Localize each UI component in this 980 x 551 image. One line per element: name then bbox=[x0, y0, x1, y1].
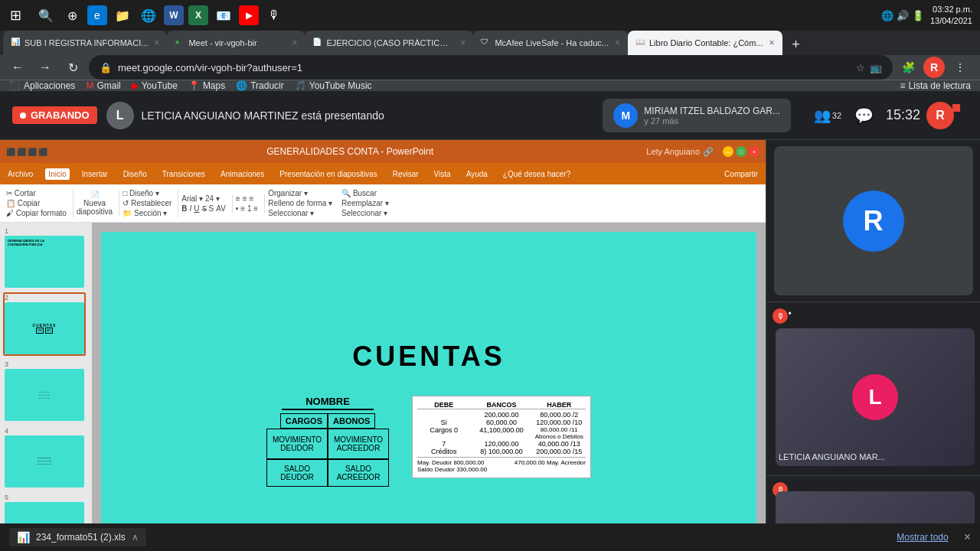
mic-icon[interactable]: 🎙 bbox=[263, 5, 285, 26]
bookmark-youtube-music[interactable]: 🎵 YouTube Music bbox=[295, 80, 372, 91]
pp-icon-4: ⬛ bbox=[38, 148, 47, 156]
bookmark-maps-label: Maps bbox=[203, 80, 225, 91]
tab-1[interactable]: 📊 SUB I REGISTRA INFORMACI... × bbox=[3, 31, 167, 55]
pp-tab-revisar[interactable]: Revisar bbox=[390, 168, 422, 180]
tab5-close[interactable]: × bbox=[769, 37, 775, 48]
start-button[interactable]: ⊞ bbox=[0, 0, 31, 31]
t-may-acreedor: 470,000.00 May. Acreedor bbox=[514, 459, 586, 466]
underline-button[interactable]: U bbox=[194, 204, 199, 213]
chat-button[interactable]: 💬 bbox=[849, 100, 880, 131]
refresh-button[interactable]: ↻ bbox=[61, 56, 84, 79]
new-tab-button[interactable]: + bbox=[786, 34, 807, 55]
pp-select-btn[interactable]: Seleccionar ▾ bbox=[268, 209, 332, 217]
pp-tab-presentacion[interactable]: Presentación en diapositivas bbox=[276, 168, 380, 180]
bookmark-youtube[interactable]: ▶ YouTube bbox=[132, 80, 178, 91]
browser-icon[interactable]: 🌐 bbox=[138, 5, 159, 26]
pp-thumbnail-2[interactable]: 2 CUENTAS CAR ABO bbox=[3, 292, 86, 356]
forward-button[interactable]: → bbox=[34, 56, 57, 79]
pp-font-selector[interactable]: Arial ▾ 24 ▾ bbox=[181, 194, 226, 203]
pp-tab-compartir[interactable]: Compartir bbox=[721, 168, 761, 180]
bookmark-gmail[interactable]: M Gmail bbox=[86, 80, 120, 91]
pp-diseño-btn[interactable]: □ Diseño ▾ bbox=[122, 189, 172, 197]
folder-icon[interactable]: 📁 bbox=[112, 5, 133, 26]
pp-section-btn[interactable]: 📁 Sección ▾ bbox=[122, 209, 172, 217]
bookmark-aplicaciones[interactable]: ⬛ Aplicaciones bbox=[9, 80, 75, 91]
pp-arrange-btn[interactable]: Relleno de forma ▾ bbox=[268, 199, 332, 207]
pp-maximize-button[interactable]: □ bbox=[736, 146, 746, 157]
bold-button[interactable]: B bbox=[181, 204, 187, 213]
bookmark-star-icon[interactable]: ☆ bbox=[856, 62, 865, 73]
show-all-button[interactable]: Mostrar todo bbox=[897, 532, 948, 543]
pp-select-all-btn[interactable]: Seleccionar ▾ bbox=[341, 209, 389, 217]
excel-icon[interactable]: X bbox=[188, 5, 208, 25]
tab4-close[interactable]: × bbox=[615, 37, 620, 48]
profile-button[interactable]: R bbox=[923, 57, 945, 78]
pp-icon-3: ⬛ bbox=[28, 148, 37, 156]
task-view-icon[interactable]: ⊕ bbox=[61, 5, 83, 26]
pp-close-button[interactable]: × bbox=[749, 146, 760, 157]
pp-tab-inicio[interactable]: Inicio bbox=[45, 168, 69, 180]
extensions-button[interactable]: 🧩 bbox=[897, 57, 919, 78]
new-slide-btn[interactable]: 📄 bbox=[90, 191, 100, 199]
copy-button[interactable]: 📋 Copiar bbox=[6, 199, 40, 207]
notification-close-button[interactable]: × bbox=[964, 530, 971, 544]
tab1-close[interactable]: × bbox=[154, 37, 159, 48]
pp-tab-diseno[interactable]: Diseño bbox=[120, 168, 150, 180]
url-display: meet.google.com/vir-vgoh-bir?authuser=1 bbox=[118, 62, 850, 73]
align-left-btn[interactable]: ≡ bbox=[236, 194, 240, 203]
tab-4[interactable]: 🛡 McAfee LiveSafe - Ha caduc... × bbox=[473, 31, 628, 55]
meet-header: GRABANDO L LETICIA ANGUIANO MARTINEZ est… bbox=[0, 91, 980, 140]
pp-tab-archivo[interactable]: Archivo bbox=[5, 168, 36, 180]
youtube-icon[interactable]: ▶ bbox=[239, 5, 259, 25]
italic-button[interactable]: I bbox=[190, 204, 192, 213]
pp-tab-ayuda[interactable]: Ayuda bbox=[463, 168, 491, 180]
tab-2[interactable]: ● Meet - vir-vgoh-bir × bbox=[167, 31, 305, 55]
edge-icon[interactable]: e bbox=[87, 5, 107, 25]
pp-shapes-btn[interactable]: Organizar ▾ bbox=[268, 189, 332, 197]
address-bar[interactable]: 🔒 meet.google.com/vir-vgoh-bir?authuser=… bbox=[89, 55, 893, 80]
pp-find-btn[interactable]: 🔍 Buscar bbox=[341, 189, 389, 197]
user-avatar[interactable]: R bbox=[926, 102, 954, 129]
t-row-5: Créditos 8) 100,000.00 200,000.00 /15 bbox=[417, 448, 586, 455]
pp-thumbnail-3[interactable]: 3 — — — —— — — —— — — — bbox=[3, 359, 86, 422]
bullet-btn[interactable]: • ≡ bbox=[236, 204, 245, 213]
mail-icon[interactable]: 📧 bbox=[213, 5, 234, 26]
bookmark-maps[interactable]: 📍 Maps bbox=[188, 80, 225, 91]
shadow-button[interactable]: S bbox=[209, 204, 214, 213]
pp-tab-vista[interactable]: Vista bbox=[431, 168, 454, 180]
pp-tab-transiciones[interactable]: Transiciones bbox=[159, 168, 208, 180]
pp-replace-btn[interactable]: Reemplazar ▾ bbox=[341, 199, 389, 207]
tab2-close[interactable]: × bbox=[292, 37, 297, 48]
file-expand-icon[interactable]: ∧ bbox=[132, 532, 139, 543]
tab3-favicon: 📄 bbox=[312, 37, 323, 48]
bookmark-lista-lectura[interactable]: ≡ Lista de lectura bbox=[900, 80, 971, 91]
pp-thumbnail-1[interactable]: 1 GENERALIDADES DE LACONTADURÍA PÚBLICA bbox=[3, 226, 86, 289]
slide-cols: CARGOS ABONOS bbox=[280, 413, 376, 429]
menu-button[interactable]: ⋮ bbox=[949, 57, 971, 78]
strikethrough-button[interactable]: S̶ bbox=[202, 204, 207, 213]
t-r1-c2: 200,000.00 bbox=[475, 411, 528, 419]
cast-icon[interactable]: 📺 bbox=[870, 62, 882, 73]
tab-5-active[interactable]: 📖 Libro Diario Contable: ¿Cóm... × bbox=[628, 31, 782, 55]
format-button[interactable]: 🖌 Copiar formato bbox=[6, 209, 67, 217]
pp-tab-animaciones[interactable]: Animaciones bbox=[217, 168, 267, 180]
pp-minimize-button[interactable]: — bbox=[723, 146, 733, 157]
tab-3[interactable]: 📄 EJERCICIO (CASO PRÁCTICO)... × bbox=[305, 31, 473, 55]
back-button[interactable]: ← bbox=[6, 56, 29, 79]
bookmarks-bar: ⬛ Aplicaciones M Gmail ▶ YouTube 📍 Maps … bbox=[0, 80, 980, 91]
spacing-button[interactable]: AV bbox=[216, 204, 226, 213]
bookmark-traducir[interactable]: 🌐 Traducir bbox=[236, 80, 284, 91]
tab3-close[interactable]: × bbox=[460, 37, 466, 48]
pp-tab-insertar[interactable]: Insertar bbox=[79, 168, 111, 180]
align-center-btn[interactable]: ≡ bbox=[243, 194, 247, 203]
pp-thumbnail-4[interactable]: 4 ——————— — — — —— — — — — bbox=[3, 425, 86, 489]
word-icon[interactable]: W bbox=[164, 5, 184, 25]
number-btn[interactable]: 1 ≡ bbox=[247, 204, 258, 213]
pp-tab-search[interactable]: ¿Qué desea hacer? bbox=[500, 168, 573, 180]
pp-reset-btn[interactable]: ↺ Restablecer bbox=[122, 199, 172, 207]
participants-button[interactable]: 👥 32 bbox=[812, 100, 843, 131]
file-name: 234_formato51 (2).xls bbox=[36, 532, 126, 543]
search-icon[interactable]: 🔍 bbox=[35, 5, 57, 26]
align-right-btn[interactable]: ≡ bbox=[250, 194, 254, 203]
cut-button[interactable]: ✂ Cortar bbox=[6, 189, 36, 197]
